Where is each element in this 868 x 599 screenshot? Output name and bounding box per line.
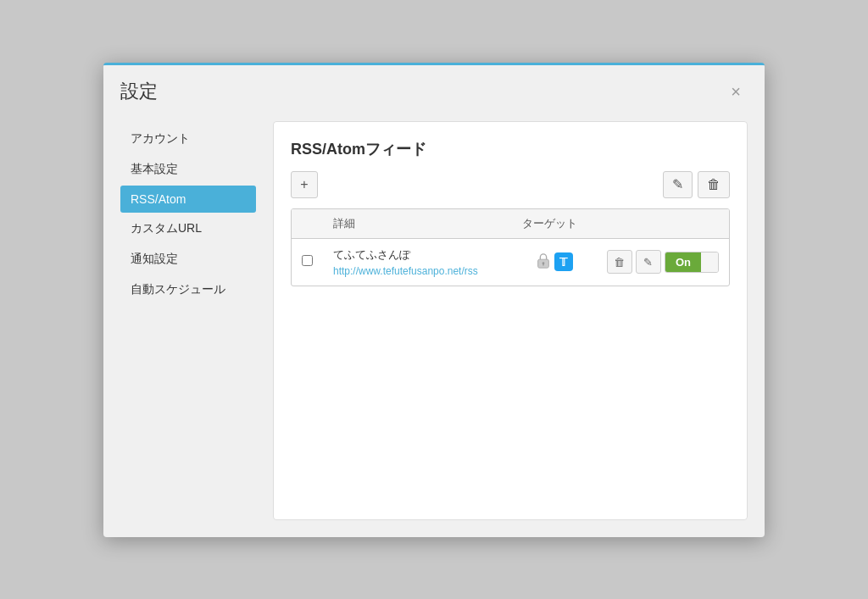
table-header: 詳細 ターゲット <box>292 209 729 239</box>
action-buttons: 🗑 ✎ On <box>607 250 719 274</box>
row-target-cell: 𝕋 <box>512 238 597 286</box>
edit-toolbar-button[interactable]: ✎ <box>663 171 693 198</box>
sidebar: アカウント 基本設定 RSS/Atom カスタムURL 通知設定 自動スケジュー… <box>120 121 256 520</box>
row-checkbox-cell <box>292 238 323 286</box>
twitter-icon: 𝕋 <box>554 252 573 271</box>
pencil-icon: ✎ <box>672 176 683 192</box>
feed-table-wrapper: 詳細 ターゲット <box>291 208 730 286</box>
trash-icon: 🗑 <box>707 177 721 192</box>
row-detail-cell: てふてふさんぽ http://www.tefutefusanpo.net/rss <box>323 238 512 286</box>
content-title: RSS/Atomフィード <box>291 139 730 159</box>
lock-icon <box>536 252 551 272</box>
sidebar-item-schedule[interactable]: 自動スケジュール <box>120 275 256 304</box>
table-body: てふてふさんぽ http://www.tefutefusanpo.net/rss <box>292 238 729 286</box>
row-delete-button[interactable]: 🗑 <box>607 250 632 274</box>
col-checkbox <box>292 209 323 239</box>
toggle-off-button[interactable] <box>701 252 718 272</box>
col-actions-header <box>597 209 729 239</box>
sidebar-item-rssatom[interactable]: RSS/Atom <box>120 186 256 213</box>
add-button[interactable]: + <box>291 171 318 198</box>
main-content: RSS/Atomフィード + ✎ 🗑 <box>273 121 748 520</box>
sidebar-item-account[interactable]: アカウント <box>120 125 256 153</box>
feed-url[interactable]: http://www.tefutefusanpo.net/rss <box>333 265 478 277</box>
toolbar-right: ✎ 🗑 <box>663 171 730 198</box>
row-checkbox[interactable] <box>302 255 313 266</box>
col-detail-header: 詳細 <box>323 209 512 239</box>
trash-icon: 🗑 <box>614 256 625 269</box>
dialog-title: 設定 <box>120 79 158 104</box>
feed-name: てふてふさんぽ <box>333 247 502 263</box>
plus-icon: + <box>300 177 308 192</box>
toolbar-left: + <box>291 171 318 198</box>
dialog-body: アカウント 基本設定 RSS/Atom カスタムURL 通知設定 自動スケジュー… <box>103 113 765 537</box>
target-icons: 𝕋 <box>522 252 587 272</box>
sidebar-item-customurl[interactable]: カスタムURL <box>120 214 256 243</box>
col-target-header: ターゲット <box>512 209 597 239</box>
table-row: てふてふさんぽ http://www.tefutefusanpo.net/rss <box>292 238 729 286</box>
close-button[interactable]: × <box>724 80 748 103</box>
status-toggle: On <box>665 252 719 273</box>
pencil-icon: ✎ <box>643 256 653 269</box>
dialog-header: 設定 × <box>103 65 765 113</box>
row-edit-button[interactable]: ✎ <box>636 250 661 274</box>
feed-table: 詳細 ターゲット <box>292 209 729 286</box>
toggle-on-button[interactable]: On <box>665 252 701 272</box>
row-actions-cell: 🗑 ✎ On <box>597 238 729 286</box>
toolbar: + ✎ 🗑 <box>291 171 730 198</box>
sidebar-item-notification[interactable]: 通知設定 <box>120 245 256 274</box>
delete-toolbar-button[interactable]: 🗑 <box>698 171 730 198</box>
settings-dialog: 設定 × アカウント 基本設定 RSS/Atom カスタムURL 通知設定 自動… <box>103 63 765 537</box>
sidebar-item-basic[interactable]: 基本設定 <box>120 155 256 184</box>
